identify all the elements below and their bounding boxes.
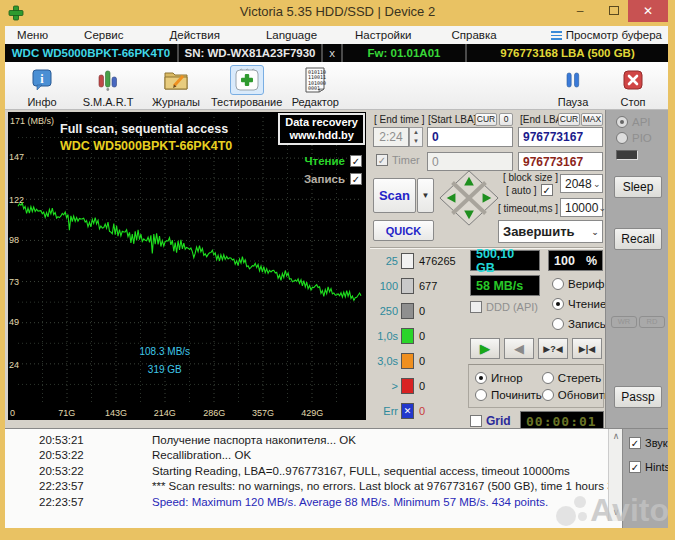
erase-label: Стереть [558, 372, 602, 384]
timer-end-field[interactable]: 976773167 [518, 152, 603, 171]
latency-label: 250 [368, 305, 398, 317]
wr-button[interactable]: WR [611, 316, 637, 328]
finish-action-dropdown[interactable]: Завершить ⌄ [498, 220, 603, 243]
write-checkbox[interactable]: ✓ [350, 173, 362, 185]
buffer-view-button[interactable]: Просмотр буфера [551, 29, 662, 41]
log-side-panel: ✓ Звук ✓ Hints [622, 429, 668, 529]
refresh-radio-row[interactable]: Обновить [542, 389, 610, 401]
sound-checkbox[interactable]: ✓ [629, 437, 641, 449]
device-firmware: Fw: 01.01A01 [343, 47, 465, 59]
end-lba-max-button[interactable]: MAX [581, 113, 603, 126]
block-size-label: [ block size ] [498, 172, 558, 183]
read-checkbox[interactable]: ✓ [350, 155, 362, 167]
scroll-up-icon[interactable]: ∧ [609, 431, 623, 441]
svg-text:73: 73 [9, 277, 19, 287]
quick-button[interactable]: QUICK [373, 220, 434, 241]
rd-button[interactable]: RD [639, 316, 665, 328]
end-time-field[interactable]: 2:24 [373, 127, 409, 147]
minimize-button[interactable]: – [567, 0, 593, 22]
close-button[interactable]: ✕ [628, 0, 668, 22]
test-button[interactable]: Тестирование [211, 65, 282, 108]
smart-button[interactable]: S.M.A.R.T [81, 65, 135, 108]
latency-label: 100 [368, 280, 398, 292]
write-mode-radio-row[interactable]: Запись [552, 318, 606, 330]
latency-swatch [401, 253, 414, 269]
menu-item-language[interactable]: Language [260, 29, 323, 41]
repair-radio-row[interactable]: Починить [475, 389, 542, 401]
auto-checkbox[interactable]: ✓ [541, 184, 553, 196]
write-mode-label: Запись [568, 318, 606, 330]
device-serial: SN: WD-WX81A23F7930 [179, 47, 321, 59]
pio-radio-row[interactable]: PIO [616, 132, 652, 144]
ddd-checkbox[interactable]: ✓ [470, 301, 482, 313]
read-mode-radio-row[interactable]: Чтение [552, 298, 606, 310]
recall-button[interactable]: Recall [614, 228, 662, 250]
transport-buttons: ▶ ◀ ▶?◀ ▶|◀ [470, 338, 602, 359]
write-checkbox-row: Запись ✓ [304, 173, 362, 185]
verify-radio-row[interactable]: Вериф. [552, 278, 608, 290]
menu-item-menu[interactable]: Меню [11, 29, 54, 41]
ddd-label: DDD (API) [486, 301, 538, 313]
start-lba-zero-button[interactable]: 0 [499, 113, 513, 126]
grid-checkbox[interactable]: ✓ [470, 415, 482, 427]
block-size-dropdown[interactable]: 2048 ⌄ [560, 174, 603, 193]
start-lba-cur-button[interactable]: CUR [475, 113, 497, 126]
passp-button[interactable]: Passp [614, 386, 662, 408]
start-lba-field[interactable]: 0 [427, 127, 513, 147]
menu-item-actions[interactable]: Действия [163, 29, 225, 41]
timeout-dropdown[interactable]: 10000 ⌄ [560, 198, 603, 217]
speed-lcd: 58 MB/s [470, 275, 540, 296]
write-mode-radio[interactable] [552, 318, 564, 330]
scan-button[interactable]: Scan [373, 178, 416, 213]
stop-button[interactable]: Стоп [606, 65, 660, 108]
graph-title: Full scan, sequential access [60, 122, 228, 136]
menu-item-service[interactable]: Сервис [78, 29, 129, 41]
err-x-icon: ✕ [401, 403, 414, 419]
repair-radio[interactable] [475, 389, 487, 401]
hints-checkbox-row: ✓ Hints [629, 461, 670, 473]
sleep-button[interactable]: Sleep [614, 176, 662, 198]
back-button[interactable]: ◀ [504, 338, 534, 359]
seek-end-button[interactable]: ▶|◀ [572, 338, 602, 359]
block-size-value: 2048 [561, 177, 592, 191]
logs-button[interactable]: Журналы [149, 65, 203, 108]
verify-radio[interactable] [552, 278, 564, 290]
log-scrollbar[interactable]: ∧ ∨ [608, 429, 622, 521]
buffer-view-label: Просмотр буфера [566, 29, 662, 41]
read-checkbox-row: Чтение ✓ [304, 155, 362, 167]
pause-icon [556, 65, 590, 95]
read-mode-radio[interactable] [552, 298, 564, 310]
percent-sign: % [586, 254, 597, 268]
editor-button[interactable]: 0101101100111010000001 Редактор [288, 65, 342, 108]
pause-button[interactable]: Пауза [546, 65, 600, 108]
seek-question-button[interactable]: ▶?◀ [538, 338, 568, 359]
refresh-radio[interactable] [542, 389, 554, 401]
seek-pad[interactable] [438, 168, 500, 228]
scan-dropdown-button[interactable]: ▼ [417, 178, 434, 213]
ignore-radio-row[interactable]: Игнор [475, 372, 542, 384]
api-radio[interactable] [616, 116, 628, 128]
erase-radio[interactable] [542, 372, 554, 384]
latency-label: 3,0s [368, 355, 398, 367]
svg-text:147: 147 [9, 152, 24, 162]
end-time-spinner[interactable]: ▲▼ [409, 127, 423, 147]
svg-text:0: 0 [10, 408, 15, 418]
info-button[interactable]: i Инфо [15, 65, 69, 108]
stop-x-icon [616, 65, 650, 95]
menu-item-settings[interactable]: Настройки [349, 29, 417, 41]
hints-label: Hints [645, 461, 670, 473]
menu-item-help[interactable]: Справка [446, 29, 503, 41]
play-button[interactable]: ▶ [470, 338, 500, 359]
api-radio-row[interactable]: API [616, 116, 651, 128]
erase-radio-row[interactable]: Стереть [542, 372, 610, 384]
test-green-plus-icon [230, 65, 264, 95]
scroll-down-icon[interactable]: ∨ [609, 507, 623, 517]
pio-radio[interactable] [616, 132, 628, 144]
log-row: 20:53:22 Starting Reading, LBA=0..976773… [5, 463, 605, 479]
end-lba-cur-button[interactable]: CUR [558, 113, 580, 126]
hints-checkbox[interactable]: ✓ [629, 461, 641, 473]
end-lba-field[interactable]: 976773167 [518, 127, 603, 147]
ignore-radio[interactable] [475, 372, 487, 384]
timer-checkbox[interactable]: ✓ [376, 154, 388, 166]
maximize-button[interactable] [601, 0, 627, 22]
